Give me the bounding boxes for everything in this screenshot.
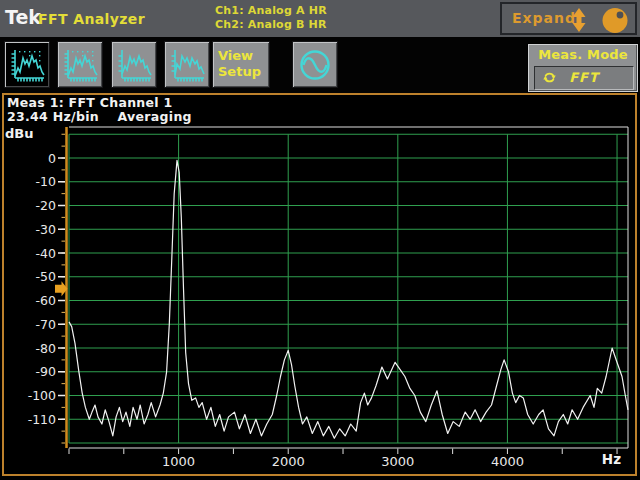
plot-frame bbox=[69, 127, 628, 448]
averaging-status: Averaging bbox=[118, 109, 192, 124]
x-tick-label: 3000 bbox=[381, 454, 414, 469]
y-tick-label: -10 bbox=[36, 174, 56, 189]
spectrum-plot: 0-10-20-30-40-50-60-70-80-90-100-1101000… bbox=[0, 0, 640, 480]
y-axis-unit-label: dBu bbox=[5, 126, 33, 141]
meas-subtitle: 23.44 Hz/bin Averaging bbox=[7, 109, 192, 124]
y-tick-label: 0 bbox=[48, 151, 56, 166]
y-tick-label: -70 bbox=[36, 317, 56, 332]
meas-title: Meas 1: FFT Channel 1 bbox=[7, 95, 173, 110]
y-tick-label: -100 bbox=[28, 388, 56, 403]
x-axis-unit-label: Hz bbox=[602, 451, 621, 467]
x-tick-label: 1000 bbox=[162, 454, 195, 469]
x-tick-label: 2000 bbox=[272, 454, 305, 469]
y-tick-label: -90 bbox=[36, 364, 56, 379]
y-tick-label: -60 bbox=[36, 293, 56, 308]
fft-trace bbox=[69, 160, 628, 438]
y-tick-label: -80 bbox=[36, 341, 56, 356]
x-tick-label: 4000 bbox=[491, 454, 524, 469]
y-tick-label: -40 bbox=[36, 246, 56, 261]
y-tick-label: -50 bbox=[36, 269, 56, 284]
y-tick-label: -110 bbox=[28, 412, 56, 427]
bin-resolution: 23.44 Hz/bin bbox=[7, 109, 99, 124]
y-tick-label: -30 bbox=[36, 222, 56, 237]
y-tick-label: -20 bbox=[36, 198, 56, 213]
